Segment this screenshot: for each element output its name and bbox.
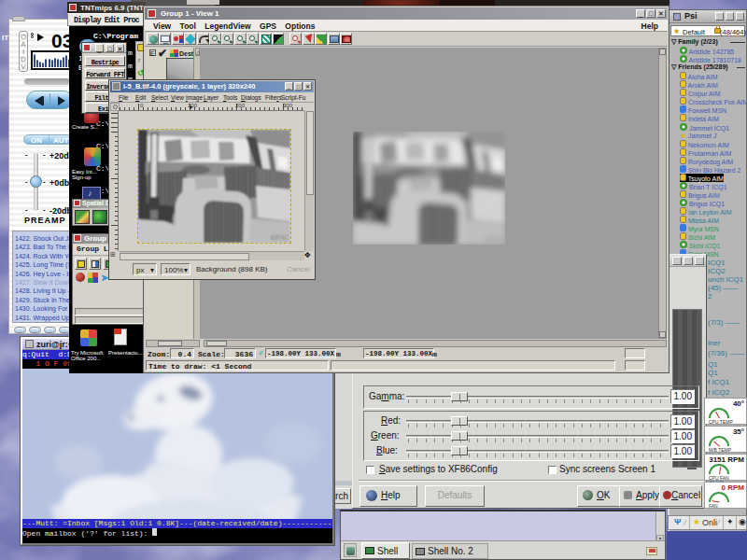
svg-text:EPIC: EPIC xyxy=(271,233,289,242)
svg-text:EPIC: EPIC xyxy=(486,235,503,244)
